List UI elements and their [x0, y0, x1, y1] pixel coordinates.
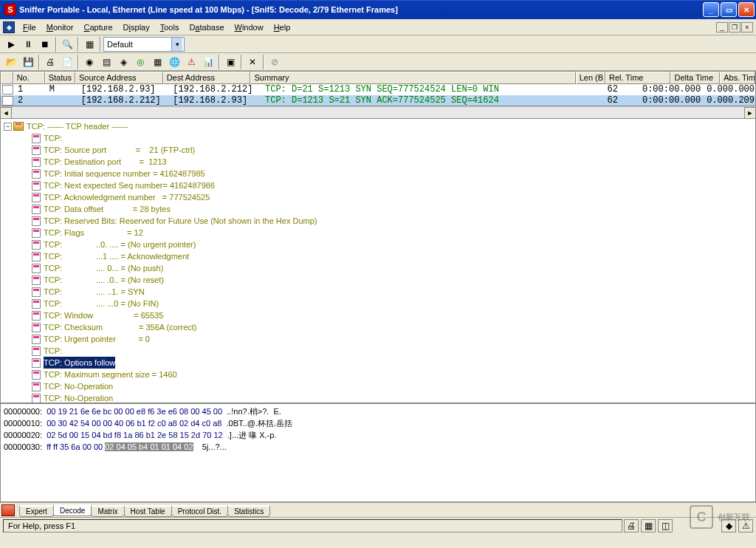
minimize-button[interactable]: _	[703, 2, 719, 17]
tree-leaf[interactable]: TCP: Maximum segment size = 1460	[1, 369, 755, 380]
hex-row[interactable]: 00000000: 00 19 21 6e 6e bc 00 00 e8 f6 …	[4, 405, 752, 417]
stop-button[interactable]: ⏹	[37, 36, 53, 52]
col-summary[interactable]: Summary	[250, 72, 575, 84]
filter-icon[interactable]: ▦	[81, 36, 97, 52]
tree-leaf[interactable]: TCP: .... ...0 = (No FIN)	[1, 298, 755, 309]
col-abstime[interactable]: Abs. Time	[720, 72, 755, 84]
menu-capture[interactable]: Capture	[78, 21, 117, 33]
chart-icon[interactable]: 📊	[200, 54, 216, 70]
tree-leaf[interactable]: TCP: ..0. .... = (No urgent pointer)	[1, 239, 755, 250]
collapse-icon[interactable]: −	[4, 123, 12, 131]
menu-file[interactable]: File	[18, 21, 41, 33]
status-print-icon[interactable]: 🖨	[624, 519, 639, 532]
binoculars-icon[interactable]: 🔍	[59, 36, 75, 52]
menu-tools[interactable]: Tools	[155, 21, 185, 33]
row-checkbox[interactable]	[2, 96, 13, 106]
decode-pane[interactable]: −TCP: ------ TCP header ------TCP:TCP: S…	[0, 118, 756, 403]
tree-leaf[interactable]: TCP: Next expected Seq number= 416248798…	[1, 179, 755, 191]
tree-node[interactable]: −TCP: ------ TCP header ------	[1, 120, 755, 132]
packet-scrollbar[interactable]: ◄ ►	[0, 106, 756, 118]
status-bar: For Help, press F1 🖨 ▦ ◫ ◆ ⚠	[0, 517, 756, 533]
tree-leaf[interactable]: TCP: ...1 .... = Acknowledgment	[1, 250, 755, 262]
packet-row[interactable]: 1 M [192.168.2.93] [192.168.2.212] TCP: …	[1, 84, 755, 95]
child-minimize-button[interactable]: _	[716, 22, 728, 32]
matrix-icon[interactable]: ◈	[115, 54, 131, 70]
history-icon[interactable]: ▦	[149, 54, 165, 70]
tab-expert[interactable]: Expert	[19, 505, 54, 517]
tree-leaf[interactable]: TCP: Acknowledgment number = 777524525	[1, 191, 755, 203]
col-len[interactable]: Len (B	[576, 72, 605, 84]
save-icon[interactable]: 💾	[20, 54, 36, 70]
col-delta[interactable]: Delta Time	[670, 72, 720, 84]
col-src[interactable]: Source Address	[75, 72, 163, 84]
status-net-icon[interactable]: ◫	[658, 519, 673, 532]
scroll-right-icon[interactable]: ►	[744, 107, 756, 119]
play-button[interactable]: ▶	[3, 36, 19, 52]
page-icon	[32, 370, 41, 380]
close-button[interactable]: ✕	[738, 2, 755, 17]
pause-button[interactable]: ⏸	[20, 36, 36, 52]
open-icon[interactable]: 📂	[3, 54, 19, 70]
tree-leaf[interactable]: TCP: .... .0.. = (No reset)	[1, 274, 755, 286]
child-window-icon[interactable]: ◆	[3, 21, 15, 33]
tree-leaf[interactable]: TCP: .... ..1. = SYN	[1, 286, 755, 298]
tree-leaf[interactable]: TCP:	[1, 132, 755, 144]
status-chip-icon[interactable]: ▦	[641, 519, 656, 532]
art-icon[interactable]: ▣	[222, 54, 238, 70]
tab-host-table[interactable]: Host Table	[124, 505, 172, 517]
print-icon[interactable]: 🖨	[42, 54, 58, 70]
tree-leaf-selected[interactable]: TCP: Options follow	[1, 357, 755, 369]
tree-leaf[interactable]: TCP: Initial sequence number = 416248798…	[1, 168, 755, 179]
hex-row[interactable]: 00000010: 00 30 42 54 00 00 40 06 b1 f2 …	[4, 417, 752, 429]
tree-leaf[interactable]: TCP: Data offset = 28 bytes	[1, 203, 755, 215]
tab-matrix[interactable]: Matrix	[91, 505, 124, 517]
hosts-icon[interactable]: ▤	[98, 54, 114, 70]
menu-database[interactable]: Database	[184, 21, 229, 33]
tool-icon[interactable]: ✕	[244, 54, 261, 70]
menu-window[interactable]: Window	[230, 21, 269, 33]
page-icon	[32, 205, 41, 214]
child-restore-button[interactable]: ❐	[729, 22, 740, 32]
packet-row[interactable]: 2 [192.168.2.212] [192.168.2.93] TCP: D=…	[1, 95, 755, 106]
hex-row[interactable]: 00000030: ff ff 35 6a 00 00 02 04 05 b4 …	[4, 441, 752, 453]
col-no[interactable]: No.	[13, 72, 45, 84]
menu-help[interactable]: Help	[269, 21, 296, 33]
global-icon[interactable]: 🌐	[166, 54, 182, 70]
hex-pane[interactable]: 00000000: 00 19 21 6e 6e bc 00 00 e8 f6 …	[0, 403, 756, 502]
cancel-icon[interactable]: ⊘	[267, 54, 283, 70]
tree-leaf[interactable]: TCP:	[1, 345, 755, 357]
tree-leaf[interactable]: TCP: Window = 65535	[1, 309, 755, 321]
protocol-icon[interactable]: ◎	[132, 54, 148, 70]
tree-leaf[interactable]: TCP: Destination port = 1213	[1, 156, 755, 168]
profile-combo[interactable]: Default	[103, 37, 185, 52]
menu-display[interactable]: Display	[118, 21, 155, 33]
page-icon	[32, 264, 41, 273]
tree-leaf[interactable]: TCP: Reserved Bits: Reserved for Future …	[1, 215, 755, 227]
tab-statistics[interactable]: Statistics	[227, 505, 270, 517]
maximize-button[interactable]: ▭	[721, 2, 737, 17]
col-status[interactable]: Status	[45, 72, 75, 84]
tab-decode[interactable]: Decode	[53, 504, 92, 516]
dashboard-icon[interactable]: ◉	[81, 54, 97, 70]
col-reltime[interactable]: Rel. Time	[605, 72, 670, 84]
preview-icon[interactable]: 📄	[59, 54, 75, 70]
menu-monitor[interactable]: Monitor	[41, 21, 79, 33]
tree-leaf[interactable]: TCP: Flags = 12	[1, 227, 755, 239]
tree-leaf[interactable]: TCP: Source port = 21 (FTP-ctrl)	[1, 144, 755, 156]
tab-protocol-dist-[interactable]: Protocol Dist.	[171, 505, 228, 517]
hex-row[interactable]: 00000020: 02 5d 00 15 04 bd f8 1a 86 b1 …	[4, 429, 752, 441]
alarm-icon[interactable]: ⚠	[183, 54, 199, 70]
page-icon	[32, 311, 41, 321]
tree-leaf[interactable]: TCP: No-Operation	[1, 392, 755, 403]
app-icon: S	[4, 4, 16, 16]
col-dst[interactable]: Dest Address	[163, 72, 251, 84]
page-icon	[32, 216, 41, 226]
row-checkbox[interactable]	[2, 85, 13, 95]
child-close-button[interactable]: ×	[741, 22, 753, 32]
tree-leaf[interactable]: TCP: Urgent pointer = 0	[1, 333, 755, 345]
scroll-left-icon[interactable]: ◄	[0, 107, 12, 119]
page-icon	[32, 346, 41, 356]
tree-leaf[interactable]: TCP: No-Operation	[1, 380, 755, 392]
tree-leaf[interactable]: TCP: Checksum = 356A (correct)	[1, 321, 755, 333]
tree-leaf[interactable]: TCP: .... 0... = (No push)	[1, 262, 755, 274]
